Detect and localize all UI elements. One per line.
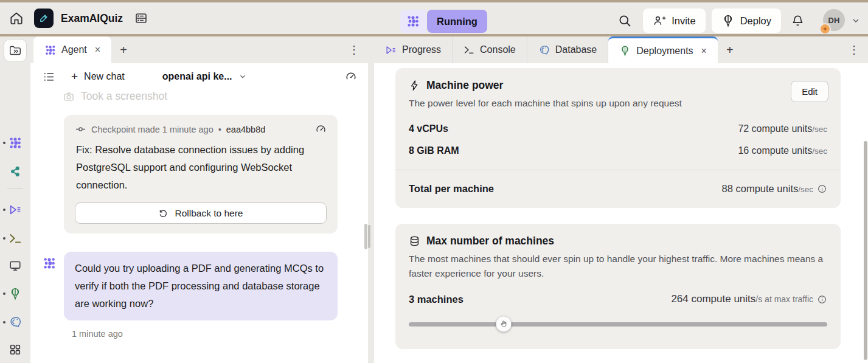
usage-gauge-icon[interactable]	[345, 71, 357, 83]
database-indicator-dot	[3, 321, 5, 323]
new-tab-plus-icon[interactable]: +	[111, 36, 136, 63]
max-machines-slider-thumb[interactable]	[496, 317, 512, 332]
sidebar-item-progress[interactable]	[9, 203, 22, 216]
checkpoint-title: Checkpoint made 1 minute ago	[91, 125, 214, 134]
max-machines-description: The most machines that should ever spin …	[409, 252, 827, 281]
vcpus-unit: /sec	[812, 125, 827, 134]
checkpoint-gauge-icon[interactable]	[315, 123, 327, 135]
checkpoint-hash: eaa4bb8d	[226, 125, 266, 134]
machine-power-title: Machine power	[426, 79, 503, 92]
postgresql-icon	[538, 44, 550, 56]
sidebar-item-webview[interactable]	[9, 259, 22, 272]
vcpus-value: 72 compute units	[738, 123, 812, 134]
search-icon[interactable]	[617, 13, 632, 28]
deployments-icon	[619, 45, 631, 57]
total-unit: /sec	[798, 185, 813, 194]
user-message-bubble: Could you try uploading a PDF and genera…	[64, 252, 338, 320]
checkpoint-message: Fix: Resolve database connection issues …	[76, 141, 314, 194]
tab-agent[interactable]: Agent ×	[33, 36, 111, 63]
new-chat-button[interactable]: + New chat	[71, 70, 125, 83]
max-machines-card: Max number of machines The most machines…	[395, 224, 841, 349]
checkpoint-card: Checkpoint made 1 minute ago • eaa4bb8d …	[64, 115, 338, 233]
new-chat-label: New chat	[84, 71, 125, 82]
max-machines-slider[interactable]	[409, 316, 827, 332]
sidebar-item-database-postgresql[interactable]	[9, 316, 22, 329]
panel-divider[interactable]	[368, 36, 374, 363]
checkpoint-bullet: •	[218, 125, 221, 134]
info-icon[interactable]	[817, 294, 827, 305]
spec-row-vcpus: 4 vCPUs 72 compute units/sec	[409, 123, 827, 134]
agent-tab-icon	[44, 44, 56, 56]
tab-database-label: Database	[555, 44, 597, 55]
invite-button-label: Invite	[672, 15, 695, 27]
spec-row-ram: 8 GiB RAM 16 compute units/sec	[409, 145, 827, 156]
deployments-indicator-dot	[3, 292, 5, 295]
deployments-panel: Progress Console Database Deployments × …	[374, 36, 868, 363]
vcpus-label: 4 vCPUs	[409, 123, 448, 134]
tab-console[interactable]: Console	[453, 36, 527, 63]
topbar-actions: Invite Deploy DH	[617, 9, 861, 33]
close-tab-icon[interactable]: ×	[701, 46, 707, 57]
home-icon[interactable]	[9, 10, 24, 26]
checkpoint-header: Checkpoint made 1 minute ago • eaa4bb8d	[75, 123, 327, 135]
invite-icon	[653, 14, 666, 27]
sidebar-item-deployments[interactable]	[9, 287, 22, 300]
account-chevron-down-icon[interactable]	[851, 16, 861, 26]
ram-unit: /sec	[812, 147, 827, 156]
project-icon[interactable]	[34, 9, 54, 28]
chat-scrollbar[interactable]	[364, 224, 367, 249]
close-tab-icon[interactable]: ×	[95, 44, 100, 55]
tab-progress[interactable]: Progress	[374, 36, 453, 63]
info-icon[interactable]	[817, 184, 827, 194]
ram-value: 16 compute units	[738, 145, 812, 156]
tab-database[interactable]: Database	[527, 36, 609, 63]
sidebar-item-agent[interactable]	[9, 136, 22, 150]
notifications-bell-icon[interactable]	[791, 14, 805, 28]
chat-body: + New chat openai api ke... Took a scree…	[30, 63, 368, 363]
deploy-button[interactable]: Deploy	[712, 9, 781, 33]
sidebar-item-all-tools[interactable]	[9, 343, 22, 356]
avatar-star-badge-icon	[819, 23, 831, 35]
chat-header: + New chat openai api ke...	[30, 63, 368, 88]
new-tab-plus-icon[interactable]: +	[718, 36, 742, 63]
checkpoint-icon	[75, 123, 86, 135]
sidebar-item-assistant[interactable]	[9, 165, 22, 178]
status-badge-label: Running	[427, 10, 487, 33]
status-badge[interactable]: Running	[400, 10, 487, 33]
project-menu-icon[interactable]	[134, 11, 148, 26]
machine-power-description: The power level for each machine that sp…	[409, 96, 827, 111]
top-bar: ExamAIQuiz Running Invite	[0, 2, 868, 34]
chat-selector-dropdown[interactable]: openai api ke...	[162, 71, 247, 82]
left-tab-kebab-icon[interactable]: ⋮	[340, 36, 368, 63]
rollback-icon	[158, 208, 168, 218]
top-edge-strip	[0, 0, 868, 2]
machines-count-label: 3 machines	[409, 294, 464, 305]
right-tab-kebab-icon[interactable]: ⋮	[840, 36, 868, 63]
deployments-body: Machine power Edit The power level for e…	[374, 63, 868, 363]
edit-machine-power-button[interactable]: Edit	[791, 81, 828, 102]
event-label: Took a screenshot	[81, 90, 167, 103]
console-indicator-dot	[3, 237, 5, 240]
ram-label: 8 GiB RAM	[409, 145, 459, 156]
tab-deployments[interactable]: Deployments ×	[608, 36, 718, 63]
chevron-down-icon	[238, 72, 247, 81]
sidebar-item-files[interactable]	[4, 39, 27, 62]
left-tabbar: Agent × + ⋮	[30, 36, 368, 63]
replit-workspace: ExamAIQuiz Running Invite	[0, 0, 868, 363]
divider-scrollbar-thumb[interactable]	[368, 225, 370, 248]
invite-button[interactable]: Invite	[643, 9, 705, 33]
database-cylinder-icon	[409, 235, 420, 247]
slider-track[interactable]	[409, 322, 827, 327]
rollback-button[interactable]: Rollback to here	[75, 202, 327, 224]
account-menu[interactable]: DH	[823, 9, 846, 32]
deploy-button-label: Deploy	[740, 15, 771, 27]
agent-logo-icon	[400, 10, 426, 33]
agent-panel: Agent × + ⋮ + New chat openai api ke.	[30, 36, 368, 363]
chat-history-list-icon[interactable]	[43, 71, 55, 83]
right-tabbar: Progress Console Database Deployments × …	[374, 36, 868, 63]
sidebar-item-console[interactable]	[9, 232, 22, 245]
rollback-button-label: Rollback to here	[175, 208, 243, 219]
machine-power-card: Machine power Edit The power level for e…	[395, 68, 841, 208]
window-scrollbar[interactable]	[864, 141, 867, 360]
agent-tab-label: Agent	[61, 44, 87, 55]
